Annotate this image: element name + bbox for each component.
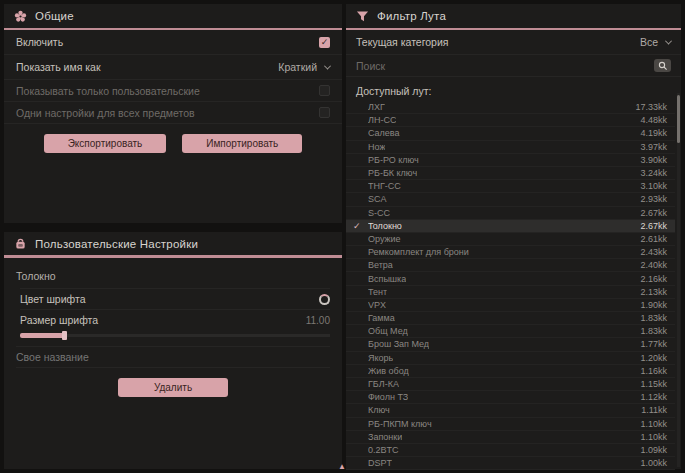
loot-item-name: ГБЛ-КА [368,379,399,389]
backpack-icon [14,237,27,250]
loot-item-row[interactable]: Брош Зап Мед1.77kk [346,338,675,351]
slider-fill [20,333,64,338]
scrollbar-thumb[interactable] [677,95,680,143]
loot-item-value: 2.67kk [640,221,667,231]
general-panel-header: Общие [4,4,342,30]
loot-item-row[interactable]: Запонки1.10kk [346,431,675,444]
font-color-label: Цвет шрифта [20,293,86,305]
loot-item-value: 1.90kk [640,300,667,310]
chevron-down-icon [665,37,672,44]
loot-item-row[interactable]: DSPT1.00kk [346,457,675,470]
loot-item-row[interactable]: SCA2.93kk [346,193,675,206]
loot-item-row[interactable]: Вспышка2.16kk [346,272,675,285]
loot-item-row[interactable]: Ветра2.40kk [346,259,675,272]
font-size-row: Размер шрифта 11.00 [20,309,330,330]
delete-button[interactable]: Удалить [118,378,228,397]
loot-item-value: 1.00kk [640,458,667,468]
enable-checkbox[interactable]: ✓ [319,37,330,48]
loot-item-row[interactable]: Общ Мед1.83kk [346,325,675,338]
loot-item-row[interactable]: Гамма1.83kk [346,312,675,325]
loot-item-name: Якорь [368,353,393,363]
loot-item-row[interactable]: Тент2.13kk [346,286,675,299]
custom-name-row [16,346,330,368]
loot-item-row[interactable]: VPX1.90kk [346,299,675,312]
loot-list-scrollbar [677,93,680,467]
loot-item-name: Оружие [368,234,401,244]
custom-settings-panel: Пользовательские Настройки Толокно Цвет … [4,232,342,469]
loot-item-row[interactable]: ГБЛ-КА1.15kk [346,378,675,391]
same-settings-label: Одни настройки для всех предметов [16,107,195,119]
loot-item-row[interactable]: Якорь1.20kk [346,352,675,365]
filter-panel-header: Фильтр Лута [346,4,681,30]
loot-item-row[interactable]: РБ-БК ключ3.24kk [346,167,675,180]
loot-item-row[interactable]: ✓Толокно2.67kk [346,220,675,233]
filter-panel-title: Фильтр Лута [377,10,446,22]
loot-item-value: 3.10kk [640,181,667,191]
loot-item-row[interactable]: Нож3.97kk [346,141,675,154]
enable-label: Включить [16,36,63,48]
font-size-slider[interactable] [20,330,330,340]
same-settings-checkbox[interactable] [319,107,330,118]
loot-item-name: РБ-РО ключ [368,155,419,165]
check-icon: ✓ [321,38,329,47]
chevron-down-icon [324,62,331,69]
font-size-value: 11.00 [306,315,330,326]
loot-item-name: Фиолн ТЗ [368,392,408,402]
loot-item-name: Вспышка [368,274,406,284]
loot-item-name: РБ-БК ключ [368,168,417,178]
loot-item-value: 2.67kk [640,208,667,218]
export-button[interactable]: Экспортировать [44,134,167,153]
loot-item-name: DSPT [368,458,392,468]
loot-item-value: 3.97kk [640,142,667,152]
import-button[interactable]: Импортировать [182,134,302,153]
loot-item-row[interactable]: Фиолн ТЗ1.12kk [346,391,675,404]
available-loot-row: Доступный лут: [346,77,681,101]
funnel-icon [356,10,369,23]
loot-item-value: 3.90kk [640,155,667,165]
loot-item-value: 1.83kk [640,313,667,323]
loot-item-row[interactable]: ЛХГ17.33kk [346,101,675,114]
loot-item-value: 1.11kk [641,405,667,415]
enable-row: Включить ✓ [4,30,342,55]
category-dropdown[interactable]: Все [640,36,671,48]
custom-panel-header: Пользовательские Настройки [4,232,342,258]
loot-item-row[interactable]: Ремкомплект для брони2.43kk [346,246,675,259]
only-custom-row: Показывать только пользовательские [4,80,342,102]
category-value: Все [640,36,658,48]
collapse-arrow-icon[interactable]: ▲ [338,463,346,471]
loot-item-value: 2.40kk [640,260,667,270]
loot-item-row[interactable]: РБ-ПКПМ ключ1.10kk [346,418,675,431]
name-display-value: Краткий [278,61,317,73]
loot-item-row[interactable]: Ключ1.11kk [346,404,675,417]
loot-item-row[interactable]: РБ-РО ключ3.90kk [346,154,675,167]
loot-item-name: Ветра [368,260,393,270]
loot-item-row[interactable]: Оружие2.61kk [346,233,675,246]
loot-list: ЛХГ17.33kkЛН-СС4.48kkСалева4.19kkНож3.97… [346,101,675,470]
loot-item-value: 1.09kk [640,445,667,455]
loot-item-row[interactable]: 0.2BTC1.09kk [346,444,675,457]
slider-handle[interactable] [62,331,67,340]
custom-name-input[interactable] [16,351,330,363]
name-display-dropdown[interactable]: Краткий [278,61,330,73]
loot-item-name: S-CC [368,208,390,218]
gear-icon [14,10,27,23]
name-display-label: Показать имя как [16,61,101,73]
loot-item-row[interactable]: Салева4.19kk [346,127,675,140]
loot-item-row[interactable]: ТНГ-СС3.10kk [346,180,675,193]
search-input[interactable] [356,60,654,72]
loot-item-row[interactable]: Жив обод1.16kk [346,365,675,378]
loot-item-row[interactable]: S-CC2.67kk [346,207,675,220]
loot-item-name: Ремкомплект для брони [368,247,469,257]
color-picker-icon[interactable] [319,294,330,305]
font-size-label: Размер шрифта [20,314,98,326]
search-icon[interactable] [654,59,671,72]
only-custom-checkbox[interactable] [319,85,330,96]
loot-item-row[interactable]: ЛН-СС4.48kk [346,114,675,127]
loot-item-value: 17.33kk [635,102,667,112]
custom-panel-title: Пользовательские Настройки [35,238,198,250]
loot-item-name: ЛН-СС [368,115,396,125]
loot-filter-panel: Фильтр Лута Текущая категория Все Доступ… [346,4,681,469]
loot-item-name: Запонки [368,432,402,442]
export-import-row: Экспортировать Импортировать [4,124,342,153]
only-custom-label: Показывать только пользовательские [16,85,200,97]
